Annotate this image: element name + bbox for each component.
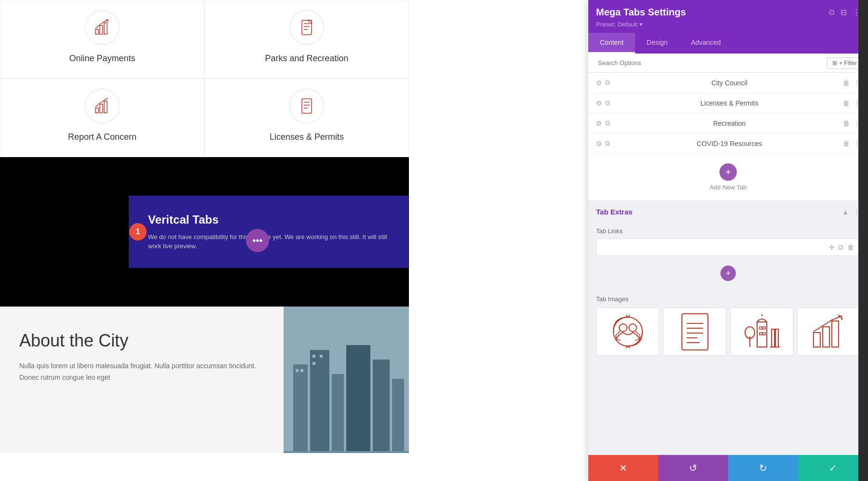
tab-links-box: ✛ ⧉ 🗑 <box>596 239 860 256</box>
copy-icon[interactable]: ⧉ <box>605 139 610 147</box>
report-chart-icon <box>94 97 111 115</box>
tab-image-3[interactable] <box>730 307 793 356</box>
delete-icon[interactable]: 🗑 <box>843 140 850 147</box>
svg-rect-19 <box>346 345 370 451</box>
tab-name-recreation: Recreation <box>616 120 843 127</box>
delete-icon[interactable]: 🗑 <box>843 120 850 127</box>
svg-rect-26 <box>312 362 315 365</box>
vertical-tabs-badge: 1 <box>129 223 147 240</box>
svg-point-27 <box>613 317 642 346</box>
tab-item-controls: ⚙ ⧉ <box>596 119 610 127</box>
bottom-action-bar: ✕ ↺ ↻ ✓ <box>588 455 868 481</box>
right-edge-bar <box>858 0 868 481</box>
svg-rect-1 <box>100 26 103 34</box>
about-left: About the City Nulla quis lorem ut liber… <box>0 307 284 453</box>
report-icon-circle <box>85 89 120 123</box>
svg-rect-45 <box>775 329 778 347</box>
tab-content[interactable]: Content <box>588 33 635 53</box>
mega-tabs-settings-panel: Mega Tabs Settings ⊙ ⊟ ⋮ Preset: Default… <box>588 0 868 481</box>
parks-icon-circle <box>289 10 324 45</box>
svg-rect-18 <box>332 374 344 451</box>
settings-header: Mega Tabs Settings ⊙ ⊟ ⋮ Preset: Default… <box>588 0 868 33</box>
tab-images-section: Tab Images <box>588 291 868 361</box>
svg-rect-22 <box>296 369 298 372</box>
svg-rect-43 <box>763 333 765 335</box>
nav-item-licenses-permits[interactable]: Licenses & Permits <box>204 79 409 157</box>
floating-options-button[interactable]: ••• <box>246 229 269 252</box>
svg-rect-49 <box>832 321 839 347</box>
svg-rect-16 <box>293 364 308 451</box>
svg-rect-47 <box>814 333 820 347</box>
nav-item-online-payments[interactable]: Online Payments <box>0 0 204 79</box>
tab-item-controls: ⚙ ⧉ <box>596 139 610 147</box>
vertical-tabs-title: Veritcal Tabs <box>148 213 389 227</box>
tab-links-add-button[interactable]: + <box>720 266 736 281</box>
add-new-tab-label: Add New Tab <box>709 184 746 191</box>
ellipsis-icon: ••• <box>252 235 262 246</box>
tab-item-actions: 🗑 ⋮ <box>843 79 860 87</box>
chart-up-icon <box>94 19 111 36</box>
settings-tabs: Content Design Advanced <box>588 33 868 53</box>
undo-button[interactable]: ↺ <box>658 455 728 481</box>
tab-link-delete-icon[interactable]: 🗑 <box>847 243 854 252</box>
tab-link-copy-icon[interactable]: ⧉ <box>839 243 843 252</box>
tab-name-city-council: City Council <box>616 79 843 87</box>
svg-rect-8 <box>95 108 98 113</box>
svg-rect-42 <box>760 333 762 335</box>
document-icon <box>298 19 315 36</box>
svg-rect-24 <box>312 355 315 358</box>
svg-rect-2 <box>104 23 107 34</box>
refresh-icon[interactable]: ⊙ <box>828 8 835 17</box>
svg-rect-20 <box>373 360 390 451</box>
licenses-permits-label: Licenses & Permits <box>270 132 344 142</box>
licenses-icon-circle <box>289 89 324 123</box>
vertical-tabs-content: Veritcal Tabs We do not have compatibili… <box>129 196 408 268</box>
svg-rect-23 <box>300 369 303 372</box>
tab-name-licenses-permits: Licenses & Permits <box>616 99 843 107</box>
redo-button[interactable]: ↻ <box>728 455 798 481</box>
document2-icon <box>298 97 315 115</box>
tab-image-1[interactable] <box>596 307 659 356</box>
online-payments-label: Online Payments <box>69 53 135 64</box>
copy-icon[interactable]: ⧉ <box>605 79 610 87</box>
tab-images-label: Tab Images <box>596 295 860 303</box>
tab-image-2[interactable] <box>663 307 726 356</box>
copy-icon[interactable]: ⧉ <box>605 99 610 107</box>
settings-body: ⊞ + Filter ⚙ ⧉ City Council 🗑 ⋮ <box>588 53 868 481</box>
about-text: Nulla quis lorem ut libero malesuada feu… <box>19 361 264 384</box>
tab-advanced[interactable]: Advanced <box>679 33 732 53</box>
tab-item-actions: 🗑 ⋮ <box>843 99 860 107</box>
about-section-wrapper: About the City Nulla quis lorem ut liber… <box>0 307 409 453</box>
save-button[interactable]: ✓ <box>798 455 868 481</box>
nav-item-parks-recreation[interactable]: Parks and Recreation <box>204 0 409 79</box>
tab-list-item: ⚙ ⧉ COVID-19 Resources 🗑 ⋮ <box>588 134 868 154</box>
settings-gear-icon[interactable]: ⚙ <box>596 140 602 147</box>
copy-icon[interactable]: ⧉ <box>605 119 610 127</box>
settings-gear-icon[interactable]: ⚙ <box>596 99 602 107</box>
tab-design[interactable]: Design <box>635 33 679 53</box>
tab-extras-header-icons: ▲ ⋮ <box>842 208 860 216</box>
tab-images-grid <box>596 307 860 356</box>
preset-line: Preset: Default ▾ <box>596 21 860 28</box>
svg-rect-10 <box>104 101 107 113</box>
cancel-button[interactable]: ✕ <box>588 455 658 481</box>
settings-gear-icon[interactable]: ⚙ <box>596 120 602 127</box>
delete-icon[interactable]: 🗑 <box>843 79 850 87</box>
nav-grid: Online Payments Parks and Recreation <box>0 0 409 157</box>
tab-link-add-icon[interactable]: ✛ <box>829 243 835 252</box>
collapse-icon[interactable]: ▲ <box>842 208 849 216</box>
filter-button[interactable]: ⊞ + Filter <box>827 57 862 69</box>
settings-gear-icon[interactable]: ⚙ <box>596 79 602 87</box>
preset-dropdown-icon[interactable]: ▾ <box>639 21 643 28</box>
columns-icon[interactable]: ⊟ <box>841 8 847 17</box>
tab-extras-header: Tab Extras ▲ ⋮ <box>588 201 868 223</box>
tab-image-4[interactable] <box>797 307 860 356</box>
add-new-tab-button[interactable]: + <box>719 163 737 181</box>
nav-item-report-concern[interactable]: Report A Concern <box>0 79 204 157</box>
settings-panel-title: Mega Tabs Settings <box>596 7 686 18</box>
delete-icon[interactable]: 🗑 <box>843 99 850 107</box>
svg-rect-17 <box>310 350 329 451</box>
svg-rect-48 <box>823 327 829 347</box>
search-options-input[interactable] <box>594 53 827 72</box>
website-preview: Online Payments Parks and Recreation <box>0 0 409 481</box>
